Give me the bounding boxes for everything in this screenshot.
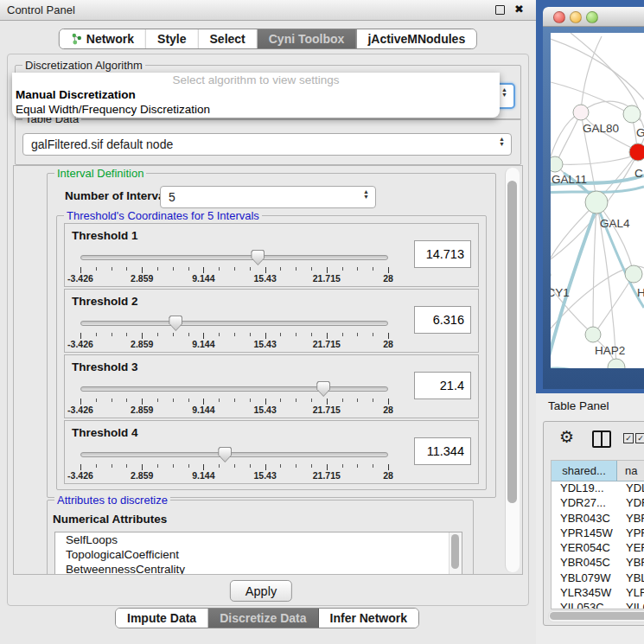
tab-jactivemnodules[interactable]: jActiveMNodules <box>356 29 476 48</box>
network-node[interactable] <box>585 191 608 214</box>
table-cell[interactable]: YPR145W <box>552 526 617 541</box>
slider-thumb[interactable] <box>316 381 330 397</box>
network-edge[interactable] <box>551 112 581 268</box>
apply-button[interactable]: Apply <box>230 580 292 602</box>
attribute-list-item[interactable]: SelfLoops <box>55 532 462 547</box>
table-horizontal-scrollbar[interactable] <box>548 610 644 622</box>
threshold-slider[interactable]: -3.4262.8599.14415.4321.71528 <box>80 378 388 416</box>
dropdown-option-manual[interactable]: Manual Discretization <box>12 87 500 102</box>
threshold-value-field[interactable] <box>414 240 471 268</box>
attribute-list-item[interactable]: TopologicalCoefficient <box>55 547 462 562</box>
slider-tick <box>373 267 373 271</box>
checkbox-icon[interactable]: ✓ <box>635 433 644 443</box>
table-cell[interactable]: YDR2 <box>617 496 644 511</box>
table-row[interactable]: YBL079WYBL0 <box>552 571 644 586</box>
slider-track[interactable] <box>80 255 388 260</box>
slider-track[interactable] <box>80 452 388 457</box>
float-icon[interactable] <box>495 5 505 15</box>
table-cell[interactable]: YER0 <box>617 541 644 556</box>
close-icon[interactable]: ✖ <box>514 3 524 16</box>
network-edge[interactable] <box>593 206 596 332</box>
network-edge[interactable] <box>571 33 640 112</box>
slider-tick-label: 15.43 <box>253 470 276 481</box>
network-node[interactable] <box>623 105 641 123</box>
table-cell[interactable]: YIL053C <box>552 601 617 609</box>
network-node[interactable] <box>625 265 642 283</box>
network-canvas[interactable]: GAL80GACGAL11GAL4GCY1HHAP2 <box>551 33 644 368</box>
attributes-list-scrollbar[interactable] <box>449 532 462 575</box>
threshold-slider[interactable]: -3.4262.8599.14415.4321.71528 <box>80 443 388 481</box>
attribute-list-item[interactable]: BetweennessCentrality <box>55 562 462 575</box>
tab-label: jActiveMNodules <box>367 32 465 46</box>
table-row[interactable]: YPR145WYPR1 <box>552 526 644 541</box>
network-node[interactable] <box>551 156 563 172</box>
slider-tick <box>80 333 81 339</box>
table-row[interactable]: YLR345WYLR3 <box>552 586 644 601</box>
table-row[interactable]: YER054CYER0 <box>552 541 644 556</box>
table-row[interactable]: YBR045CYBR0 <box>552 556 644 571</box>
bottom-tab-impute-data[interactable]: Impute Data <box>116 609 208 628</box>
network-view-window: GAL80GACGAL11GAL4GCY1HHAP2 <box>543 7 644 389</box>
network-edge[interactable] <box>551 204 596 270</box>
table-cell[interactable]: YDR27... <box>552 496 617 511</box>
settings-panel-scrollbar[interactable] <box>505 168 520 572</box>
table-row[interactable]: YBR043CYBR0 <box>552 512 644 526</box>
network-edge[interactable] <box>581 36 602 112</box>
table-cell[interactable]: YBL0 <box>617 571 644 586</box>
threshold-value-field[interactable] <box>414 437 471 465</box>
column-header-name[interactable]: na <box>617 461 644 481</box>
table-cell[interactable]: YER054C <box>552 541 617 556</box>
table-cell[interactable]: YBR043C <box>552 512 617 526</box>
network-node[interactable] <box>629 143 644 161</box>
tab-select[interactable]: Select <box>199 29 258 48</box>
table-cell[interactable]: YDL1 <box>617 481 644 496</box>
table-cell[interactable]: YIL0 <box>617 601 644 609</box>
table-data-combobox[interactable]: galFiltered.sif default node ▲▼ <box>22 133 512 156</box>
table-row[interactable]: YIL053CYIL0 <box>552 601 644 609</box>
tab-style[interactable]: Style <box>146 29 198 48</box>
slider-thumb[interactable] <box>218 447 232 462</box>
table-cell[interactable]: YDL19... <box>552 481 617 496</box>
zoom-traffic-light-icon[interactable] <box>586 11 598 23</box>
network-edge[interactable] <box>551 39 644 99</box>
table-cell[interactable]: YBR0 <box>617 512 644 526</box>
tab-network[interactable]: Network <box>60 29 146 48</box>
table-cell[interactable]: YLR3 <box>617 586 644 601</box>
table-cell[interactable]: YBL079W <box>552 571 617 586</box>
minimize-traffic-light-icon[interactable] <box>570 11 582 23</box>
column-header-shared[interactable]: shared... <box>552 461 617 481</box>
split-view-icon[interactable] <box>592 430 611 448</box>
table-row[interactable]: YDL19...YDL1 <box>552 481 644 496</box>
network-edge[interactable] <box>557 112 581 163</box>
threshold-slider[interactable]: -3.4262.8599.14415.4321.71528 <box>80 246 388 284</box>
table-cell[interactable]: YPR1 <box>617 526 644 541</box>
close-traffic-light-icon[interactable] <box>553 11 565 23</box>
table-cell[interactable]: YBR0 <box>617 556 644 571</box>
numerical-attributes-list[interactable]: SelfLoopsTopologicalCoefficientBetweenne… <box>54 532 462 575</box>
checkbox-icon[interactable]: ✓ <box>623 433 634 443</box>
slider-track[interactable] <box>80 386 388 392</box>
network-window-titlebar[interactable] <box>543 7 644 27</box>
network-node[interactable] <box>573 105 589 120</box>
threshold-value-field[interactable] <box>414 306 471 334</box>
slider-thumb[interactable] <box>251 250 265 265</box>
slider-tick <box>342 267 343 271</box>
slider-tick <box>112 399 112 402</box>
slider-thumb[interactable] <box>169 316 182 331</box>
bottom-tab-infer-network[interactable]: Infer Network <box>319 609 418 628</box>
tab-cyni-toolbox[interactable]: Cyni Toolbox <box>258 29 357 48</box>
gear-icon[interactable]: ⚙ <box>559 427 574 447</box>
table-cell[interactable]: YBR045C <box>552 556 617 571</box>
number-of-intervals-combobox[interactable]: 5 ▲▼ <box>160 186 376 208</box>
slider-track[interactable] <box>80 321 388 326</box>
dropdown-option-equal-width[interactable]: Equal Width/Frequency Discretization <box>12 102 500 117</box>
table-row[interactable]: YDR27...YDR2 <box>552 496 644 511</box>
bottom-tab-discretize-data[interactable]: Discretize Data <box>208 609 318 628</box>
network-node[interactable] <box>608 359 625 368</box>
threshold-slider[interactable]: -3.4262.8599.14415.4321.71528 <box>80 312 388 350</box>
threshold-value-field[interactable] <box>414 372 471 399</box>
network-node[interactable] <box>585 327 601 342</box>
network-edge[interactable] <box>596 277 633 332</box>
network-edge[interactable] <box>598 204 633 270</box>
table-cell[interactable]: YLR345W <box>552 586 617 601</box>
